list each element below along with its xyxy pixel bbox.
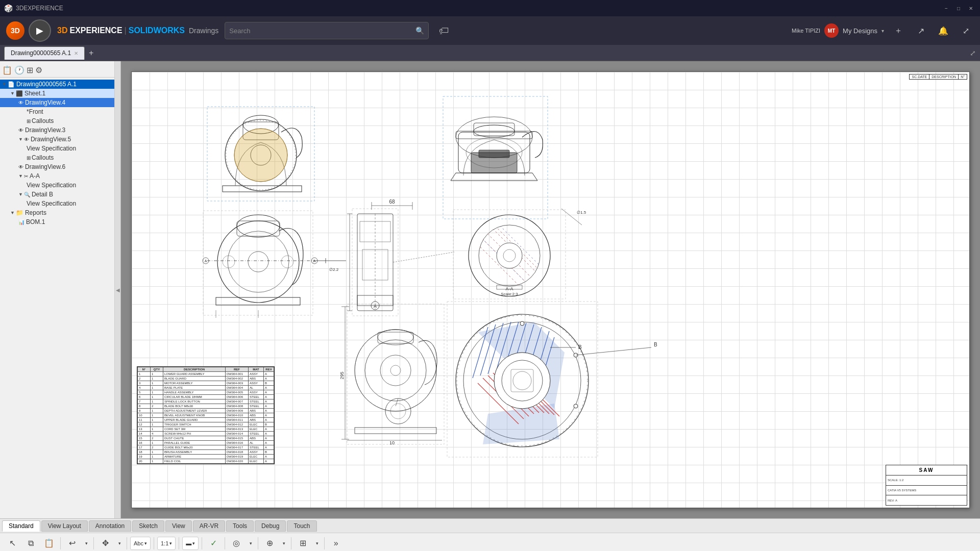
user-avatar: MT <box>824 23 839 38</box>
svg-text:A: A <box>205 259 207 263</box>
copy-button[interactable]: ⧉ <box>22 535 39 552</box>
tree-item-reports[interactable]: ▼ 📁 Reports <box>0 208 114 217</box>
search-input[interactable] <box>229 27 415 35</box>
title-block-rows: SCALE: 1:2 CATIA V5 SYSTEMS REV: A <box>886 475 967 505</box>
tree-label-viewspec1: View Specification <box>27 145 76 152</box>
svg-text:A-A: A-A <box>505 286 513 291</box>
bom-row: 172GUIDE BOLT M6x20DW364-017STEELA <box>138 445 274 450</box>
check-button[interactable]: ✓ <box>205 535 222 552</box>
svg-point-88 <box>574 404 578 408</box>
svg-rect-59 <box>355 428 436 434</box>
tree-item-dv3[interactable]: 👁 DrawingView.3 <box>0 126 114 135</box>
toolbar-tab-view[interactable]: View <box>165 520 192 532</box>
title-block-saw: SAW <box>886 465 967 475</box>
active-tab[interactable]: Drawing00000565 A.1 ✕ <box>4 46 85 60</box>
tree-item-sheet1[interactable]: ▼ ⬛ Sheet.1 <box>0 89 114 98</box>
tree-item-viewspec3[interactable]: View Specification <box>0 199 114 208</box>
tree-item-callouts2[interactable]: ⊞ Callouts <box>0 153 114 162</box>
tabbar: Drawing00000565 A.1 ✕ + ⤢ <box>0 45 980 61</box>
sidebar-icon-tree[interactable]: 📋 <box>2 65 12 75</box>
text-style-arrow: ▾ <box>144 541 147 546</box>
tree-item-detailb[interactable]: ▼ 🔍 Detail B <box>0 190 114 199</box>
tag-button[interactable]: 🏷 <box>435 21 453 40</box>
brand-separator: | <box>125 26 127 35</box>
toolbar-tab-touch[interactable]: Touch <box>287 520 316 532</box>
tree-item-viewspec1[interactable]: View Specification <box>0 144 114 153</box>
bom-row: 51HANDLE ASSEMBLYDW364-005ASSYA <box>138 390 274 395</box>
bom-row: 101BEVEL ADJUSTMENT KNOBDW364-010ABSA <box>138 413 274 418</box>
view-mode-dropdown[interactable]: ▬ ▾ <box>182 537 199 550</box>
bom-row: 21BLADE GUARDDW364-002ABSA <box>138 377 274 381</box>
sidebar-icon-history[interactable]: 🕐 <box>14 65 24 75</box>
undo-button[interactable]: ↩ <box>64 535 80 552</box>
sidebar-icon-layers[interactable]: ⊞ <box>27 65 33 75</box>
bom-row: 152DUST CHUTEDW364-015ABSA <box>138 436 274 441</box>
expand-icon[interactable]: ⤢ <box>958 22 974 39</box>
toolbar-tab-debug[interactable]: Debug <box>255 520 286 532</box>
move-dropdown[interactable]: ▾ <box>115 535 124 552</box>
brand-solidworks-text: SOLIDWORKS <box>129 26 185 35</box>
maximize-button[interactable]: □ <box>953 3 964 13</box>
brand-drawings-text: Drawings <box>189 27 218 35</box>
sidebar-icon-settings[interactable]: ⚙ <box>35 65 42 75</box>
tree-item-callouts1[interactable]: ⊞ Callouts <box>0 116 114 126</box>
tree-item-viewspec2[interactable]: View Specification <box>0 181 114 190</box>
title-block-text1: SCALE: 1:2 <box>888 479 903 482</box>
drawing-view-top <box>216 215 303 318</box>
zoom-dropdown[interactable]: 1:1 ▾ <box>157 537 176 550</box>
drawing-canvas-area[interactable]: SC.DATE DESCRIPTION N° <box>121 61 980 518</box>
close-button[interactable]: ✕ <box>966 3 976 13</box>
sidebar-collapse-handle[interactable]: ◀ <box>115 61 121 518</box>
toolbar-tab-sketch[interactable]: Sketch <box>132 520 164 532</box>
toolbar-tab-viewlayout[interactable]: View Layout <box>41 520 88 532</box>
bom-table: N° QTY DESCRIPTION REF MAT REV 11LOWER G… <box>137 366 275 464</box>
drawing-view-section <box>347 214 454 311</box>
toolbar-separator-10 <box>324 537 325 549</box>
tree-item-dv6[interactable]: 👁 DrawingView.6 <box>0 162 114 171</box>
tree-item-root[interactable]: ▼ 📄 Drawing00000565 A.1 <box>0 80 114 89</box>
tree-label-dv4: DrawingView.4 <box>25 99 65 106</box>
tree-item-bom1[interactable]: 📊 BOM.1 <box>0 217 114 227</box>
undo-dropdown[interactable]: ▾ <box>82 535 90 552</box>
titlebar: 🎲 3DEXPERIENCE − □ ✕ <box>0 0 980 16</box>
bom-row: 201FIELD COILDW364-020ELECA <box>138 459 274 464</box>
search-icon[interactable]: 🔍 <box>415 27 424 35</box>
add-tab-button[interactable]: + <box>87 48 95 58</box>
my-designs-button[interactable]: My Designs <box>843 27 877 35</box>
toolbar-tab-ar-vr[interactable]: AR-VR <box>193 520 225 532</box>
move-button[interactable]: ✥ <box>97 535 113 552</box>
svg-text:A: A <box>374 304 377 309</box>
svg-point-23 <box>281 256 293 268</box>
toolbar-tab-annotation[interactable]: Annotation <box>89 520 131 532</box>
share-button[interactable]: ↗ <box>913 22 929 39</box>
tree-item-aa[interactable]: ▼ ✂ A-A <box>0 171 114 181</box>
measure-dropdown[interactable]: ▾ <box>247 535 255 552</box>
paste-button[interactable]: 📋 <box>41 535 57 552</box>
svg-text:∅1.5: ∅1.5 <box>577 210 586 215</box>
svg-point-50 <box>355 330 436 411</box>
add-button[interactable]: ＋ <box>890 22 906 39</box>
snap-dropdown[interactable]: ▾ <box>280 535 288 552</box>
select-button[interactable]: ↖ <box>4 535 20 552</box>
toolbar-tab-standard[interactable]: Standard <box>2 520 40 532</box>
tree-item-dv5[interactable]: ▼ 👁 DrawingView.5 <box>0 135 114 144</box>
tree-item-front[interactable]: *Front <box>0 107 114 116</box>
toolbar-tab-tools[interactable]: Tools <box>226 520 254 532</box>
notifications-button[interactable]: 🔔 <box>935 22 951 39</box>
views-button[interactable]: ⊞ <box>295 535 311 552</box>
title-block-row-1: SCALE: 1:2 <box>886 475 967 486</box>
text-style-dropdown[interactable]: Abc ▾ <box>130 537 151 550</box>
minimize-button[interactable]: − <box>941 3 951 13</box>
brand-experience-text: EXPERIENCE <box>69 26 122 35</box>
tab-expand-button[interactable]: ⤢ <box>970 49 976 57</box>
tree-item-drawingview4[interactable]: 👁 DrawingView.4 <box>0 98 114 107</box>
measure-button[interactable]: ◎ <box>228 535 244 552</box>
svg-text:10: 10 <box>389 440 395 445</box>
more-button[interactable]: » <box>328 535 344 552</box>
snap-button[interactable]: ⊕ <box>261 535 278 552</box>
play-button[interactable]: ▶ <box>29 19 51 42</box>
drawing-view-detail-bottom <box>355 330 437 434</box>
search-bar[interactable]: 🔍 <box>225 22 429 39</box>
tab-close-button[interactable]: ✕ <box>74 51 78 56</box>
views-dropdown[interactable]: ▾ <box>313 535 321 552</box>
